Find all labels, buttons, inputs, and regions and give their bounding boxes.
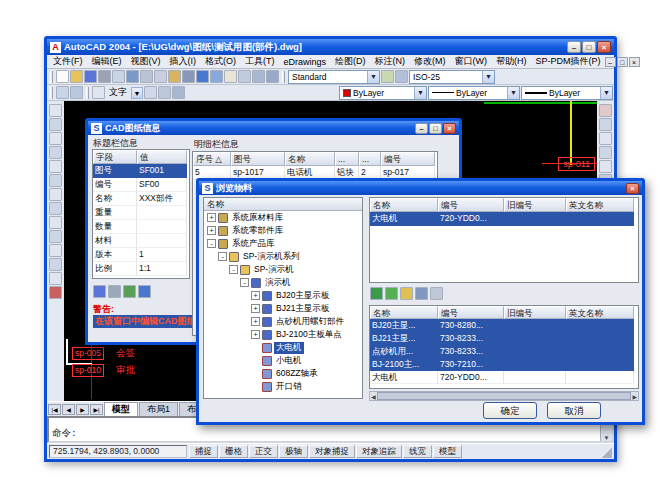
column-header[interactable]: ... xyxy=(335,152,359,166)
open-material-icon[interactable] xyxy=(400,287,413,300)
expand-icon[interactable]: + xyxy=(251,330,260,339)
polygon-icon[interactable] xyxy=(49,146,62,159)
menu-item-9[interactable]: 修改(M) xyxy=(410,55,450,68)
add-material-icon[interactable] xyxy=(370,287,383,300)
expand-icon[interactable]: + xyxy=(207,213,216,222)
toolbar-grip[interactable] xyxy=(50,71,53,83)
tree-item-7[interactable]: +BJ21主显示板 xyxy=(204,302,362,315)
menu-item-6[interactable]: eDrawings xyxy=(280,57,331,67)
chevron-down-icon[interactable]: ▼ xyxy=(600,87,612,99)
status-toggle-3[interactable]: 极轴 xyxy=(279,445,308,458)
ellipse-icon[interactable] xyxy=(49,230,62,243)
column-header[interactable]: 字段 xyxy=(93,150,137,164)
undo-icon[interactable] xyxy=(196,70,209,83)
scroll-down-icon[interactable]: ▼ xyxy=(601,435,612,441)
plot-preview-icon[interactable] xyxy=(112,70,125,83)
minimize-button[interactable]: – xyxy=(567,41,581,53)
copy-object-icon[interactable] xyxy=(599,118,612,131)
pan-icon[interactable] xyxy=(224,70,237,83)
ok-button[interactable]: 确定 xyxy=(483,402,537,419)
column-header[interactable]: 旧编号 xyxy=(504,306,566,319)
cad-dialog-close-button[interactable]: × xyxy=(443,123,456,134)
revcloud-icon[interactable] xyxy=(49,202,62,215)
browse-dialog-titlebar[interactable]: S 浏览物料 × xyxy=(199,181,642,195)
hatch-icon[interactable] xyxy=(49,286,62,299)
collapse-icon[interactable]: - xyxy=(218,252,227,261)
tree-item-8[interactable]: +点砂机用螺钉部件 xyxy=(204,315,362,328)
toolbar-grip[interactable] xyxy=(282,71,285,83)
chevron-down-icon[interactable]: ▼ xyxy=(414,87,426,99)
collapse-icon[interactable]: - xyxy=(229,265,238,274)
new-file-icon[interactable] xyxy=(56,70,69,83)
expand-icon[interactable]: + xyxy=(207,226,216,235)
scroll-left-icon[interactable]: ◀ xyxy=(371,393,376,400)
menu-item-2[interactable]: 视图(V) xyxy=(127,55,165,68)
print-info-icon[interactable] xyxy=(108,285,121,298)
import-material-icon[interactable] xyxy=(385,287,398,300)
point-icon[interactable] xyxy=(49,272,62,285)
tree-item-3[interactable]: -SP-演示机系列 xyxy=(204,250,362,263)
tab-nav-button-3[interactable]: ▶| xyxy=(90,404,103,415)
table-row[interactable]: BJ-2100主...730-7210... xyxy=(370,358,638,371)
tree-item-10[interactable]: 大电机 xyxy=(204,341,362,354)
maximize-button[interactable]: □ xyxy=(582,41,596,53)
table-row[interactable]: 大电机720-YDD0... xyxy=(370,371,638,384)
tree-item-12[interactable]: 608ZZ轴承 xyxy=(204,367,362,380)
window-titlebar[interactable]: A AutoCAD 2004 - [E:\UG\dwg\图纸\测试用图(部件).… xyxy=(47,39,614,55)
column-header[interactable]: 序号 △ xyxy=(193,152,231,166)
tree-item-2[interactable]: -系统产品库 xyxy=(204,237,362,250)
tree-item-4[interactable]: -SP-演示机 xyxy=(204,263,362,276)
mirror-icon[interactable] xyxy=(599,132,612,145)
menu-item-5[interactable]: 工具(T) xyxy=(241,55,279,68)
close-button[interactable]: × xyxy=(597,41,611,53)
table-row[interactable]: 点砂机用...730-8233... xyxy=(370,345,638,358)
table-row[interactable]: 重量 xyxy=(93,206,189,220)
chevron-down-icon[interactable]: ▼ xyxy=(367,71,379,83)
table-row[interactable]: 图号SF001 xyxy=(93,164,189,178)
cancel-button[interactable]: 取消 xyxy=(547,402,601,419)
refresh-info-icon[interactable] xyxy=(123,285,136,298)
scrollbar-thumb[interactable] xyxy=(377,392,632,400)
cad-dialog-maximize-button[interactable]: □ xyxy=(429,123,442,134)
status-toggle-7[interactable]: 模型 xyxy=(433,445,462,458)
tree-item-13[interactable]: 开口销 xyxy=(204,380,362,393)
column-header[interactable]: 名称 xyxy=(370,198,438,212)
menu-item-10[interactable]: 窗口(W) xyxy=(451,55,492,68)
menu-item-7[interactable]: 绘图(D) xyxy=(331,55,370,68)
clear-filter-icon[interactable] xyxy=(430,287,443,300)
dim-style-icon[interactable] xyxy=(395,70,408,83)
construction-line-icon[interactable] xyxy=(49,118,62,131)
line-icon[interactable] xyxy=(49,104,62,117)
layout-tab-0[interactable]: 模型 xyxy=(104,402,138,416)
menu-item-3[interactable]: 插入(I) xyxy=(166,55,201,68)
menu-item-4[interactable]: 格式(O) xyxy=(201,55,240,68)
zoom-previous-icon[interactable] xyxy=(266,70,279,83)
make-block-icon[interactable] xyxy=(49,258,62,271)
column-header[interactable]: 旧编号 xyxy=(504,198,566,212)
table-row[interactable]: 比例1:1 xyxy=(93,262,189,276)
column-header[interactable]: 名称 xyxy=(370,306,438,319)
color-combo[interactable]: ByLayer ▼ xyxy=(339,86,427,100)
spline-icon[interactable] xyxy=(49,216,62,229)
cut-icon[interactable] xyxy=(140,70,153,83)
status-toggle-0[interactable]: 捕捉 xyxy=(189,445,218,458)
edit-text-icon[interactable] xyxy=(158,86,171,99)
column-header[interactable]: 编号 xyxy=(381,152,435,166)
arc-icon[interactable] xyxy=(49,174,62,187)
match-properties-icon[interactable] xyxy=(182,70,195,83)
toolbar-grip[interactable] xyxy=(50,87,53,99)
column-header[interactable]: ... xyxy=(359,152,381,166)
cad-dialog-titlebar[interactable]: S CAD图纸信息 – □ × xyxy=(88,121,459,135)
paste-icon[interactable] xyxy=(168,70,181,83)
tree-item-0[interactable]: +系统原材料库 xyxy=(204,211,362,224)
collapse-icon[interactable]: - xyxy=(207,239,216,248)
open-file-icon[interactable] xyxy=(70,70,83,83)
rectangle-icon[interactable] xyxy=(49,160,62,173)
polyline-icon[interactable] xyxy=(49,132,62,145)
column-header[interactable]: 图号 xyxy=(231,152,285,166)
publish-icon[interactable] xyxy=(126,70,139,83)
3d-orbit-icon[interactable] xyxy=(70,86,83,99)
table-row[interactable]: 大电机720-YDD0... xyxy=(370,212,638,226)
text-style-icon[interactable] xyxy=(92,86,105,99)
text-style-combo[interactable]: Standard ▼ xyxy=(288,70,380,84)
